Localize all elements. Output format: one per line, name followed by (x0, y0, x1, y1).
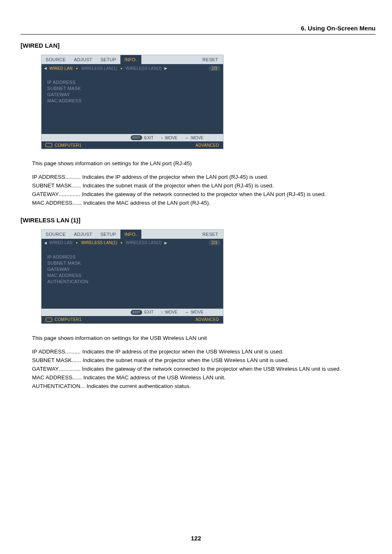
osd-top-tabs: SOURCE ADJUST SETUP INFO. RESET (42, 230, 223, 239)
def-value: Indicates the MAC address of the USB Wir… (82, 374, 226, 382)
chevron-right-icon: ▶ (164, 241, 167, 245)
def-term: MAC ADDRESS (32, 374, 72, 382)
def-row: MAC ADDRESS......Indicates the MAC addre… (32, 374, 376, 382)
osd-hints: EXIT:EXIT ↕:MOVE ↔:MOVE (42, 134, 223, 141)
def-dots: ... (81, 382, 85, 391)
hint-move-h: :MOVE (190, 136, 203, 140)
subtab-w1: WIRELESS LAN(1) (81, 66, 118, 71)
section-title-wired: [WIRED LAN] (21, 42, 376, 49)
bullet-icon: ● (120, 241, 123, 245)
page-count: 2/3 (208, 240, 221, 245)
bullet-icon: ● (120, 67, 123, 70)
def-value: Indicates the IP address of the projecto… (81, 348, 284, 356)
osd-row: MAC ADDRESS (47, 98, 217, 103)
hint-move-v: :MOVE (164, 136, 178, 140)
def-term: SUBNET MASK (32, 356, 72, 365)
osd-wireless-lan-1: SOURCE ADJUST SETUP INFO. RESET ◀ WIRED … (41, 229, 224, 324)
def-term: SUBNET MASK (32, 182, 72, 190)
def-dots: ...... (72, 182, 81, 190)
tab-reset: RESET (198, 55, 223, 64)
def-term: IP ADDRESS (32, 173, 65, 182)
hint-move-h: :MOVE (190, 310, 203, 314)
tab-reset: RESET (198, 230, 223, 239)
def-dots: ...... (72, 199, 82, 208)
def-row: GATEWAY..............Indicates the gatew… (32, 365, 376, 374)
def-value: Indicates the IP address of the projecto… (81, 173, 268, 182)
osd-row: IP ADDRESS (47, 80, 217, 85)
subtab-w1: WIRELESS LAN(1) (81, 240, 118, 245)
tab-setup: SETUP (96, 55, 120, 64)
hint-exit: :EXIT (143, 136, 154, 140)
section1-description: This page shows information on settings … (32, 160, 376, 167)
osd-row: SUBNET MASK (47, 86, 217, 91)
osd-row: AUTHENTICATION (47, 279, 217, 284)
osd-wired-lan: SOURCE ADJUST SETUP INFO. RESET ◀ WIRED … (41, 55, 224, 149)
osd-row: IP ADDRESS (47, 254, 217, 259)
def-dots: ...... (72, 356, 81, 365)
tab-source: SOURCE (42, 55, 70, 64)
osd-sub-tabs: ◀ WIRED LAN ● WIRELESS LAN(1) ● WIRELESS… (42, 64, 223, 72)
footer-advanced: ADVANCED (196, 317, 219, 322)
def-value: Indicates the MAC address of the LAN por… (82, 199, 210, 208)
hint-exit: :EXIT (143, 310, 154, 314)
def-term: IP ADDRESS (32, 348, 65, 356)
osd-sub-tabs: ◀ WIRED LAN ● WIRELESS LAN(1) ● WIRELESS… (42, 239, 223, 247)
subtab-w2: WIRELESS LAN(2) (125, 240, 163, 245)
leftright-icon: ↔ (185, 310, 189, 314)
osd-body: IP ADDRESS SUBNET MASK GATEWAY MAC ADDRE… (42, 72, 223, 134)
osd-top-tabs: SOURCE ADJUST SETUP INFO. RESET (42, 55, 223, 64)
chevron-right-icon: ▶ (164, 66, 167, 70)
osd-row: SUBNET MASK (47, 261, 217, 265)
osd-row: MAC ADDRESS (47, 273, 217, 278)
page-number: 122 (0, 535, 392, 542)
def-value: Indicates the subnet mask of the project… (81, 182, 274, 190)
def-row: IP ADDRESS..........Indicates the IP add… (32, 348, 376, 356)
def-term: MAC ADDRESS (32, 199, 72, 208)
exit-icon: EXIT (131, 135, 142, 140)
osd-footer: COMPUTER1 ADVANCED (42, 141, 223, 149)
osd-footer: COMPUTER1 ADVANCED (42, 316, 223, 323)
section1-definitions: IP ADDRESS..........Indicates the IP add… (32, 173, 376, 208)
osd-row: GATEWAY (47, 267, 217, 272)
subtab-w2: WIRELESS LAN(2) (125, 66, 163, 71)
def-row: MAC ADDRESS......Indicates the MAC addre… (32, 199, 376, 208)
def-value: Indicates the current authentication sta… (85, 382, 191, 391)
def-value: Indicates the subnet mask of the project… (81, 356, 289, 365)
tab-info: INFO. (120, 230, 141, 239)
exit-icon: EXIT (131, 310, 142, 315)
def-dots: ...... (72, 374, 82, 382)
tab-adjust: ADJUST (70, 55, 97, 64)
tab-source: SOURCE (42, 230, 70, 239)
leftright-icon: ↔ (185, 136, 189, 140)
section2-description: This page shows information on settings … (32, 335, 376, 342)
tab-adjust: ADJUST (70, 230, 97, 239)
subtab-wired: WIRED LAN (48, 240, 73, 245)
tab-info: INFO. (120, 55, 141, 64)
bullet-icon: ● (75, 67, 79, 70)
footer-source: COMPUTER1 (55, 317, 81, 322)
def-row: SUBNET MASK......Indicates the subnet ma… (32, 182, 376, 190)
bullet-icon: ● (75, 241, 79, 245)
def-dots: .............. (59, 365, 81, 374)
def-term: AUTHENTICATION (32, 382, 81, 391)
section-title-wireless: [WIRELESS LAN (1)] (21, 217, 376, 224)
chevron-left-icon: ◀ (44, 241, 47, 245)
def-dots: .......... (65, 173, 81, 182)
chapter-header: 6. Using On-Screen Menu (21, 25, 376, 35)
def-row: SUBNET MASK......Indicates the subnet ma… (32, 356, 376, 365)
section2-definitions: IP ADDRESS..........Indicates the IP add… (32, 348, 376, 391)
osd-row: GATEWAY (47, 92, 217, 97)
osd-hints: EXIT:EXIT ↕:MOVE ↔:MOVE (42, 309, 223, 316)
def-value: Indicates the gateway of the network con… (81, 190, 326, 199)
port-icon (46, 143, 52, 147)
def-value: Indicates the gateway of the network con… (81, 365, 341, 374)
footer-advanced: ADVANCED (196, 143, 219, 148)
def-row: IP ADDRESS..........Indicates the IP add… (32, 173, 376, 182)
tab-setup: SETUP (96, 230, 120, 239)
updown-icon: ↕ (161, 136, 163, 140)
def-row: GATEWAY..............Indicates the gatew… (32, 190, 376, 199)
chevron-left-icon: ◀ (44, 66, 47, 70)
subtab-wired: WIRED LAN (48, 66, 73, 71)
updown-icon: ↕ (161, 310, 163, 314)
page-count: 2/3 (208, 66, 221, 71)
